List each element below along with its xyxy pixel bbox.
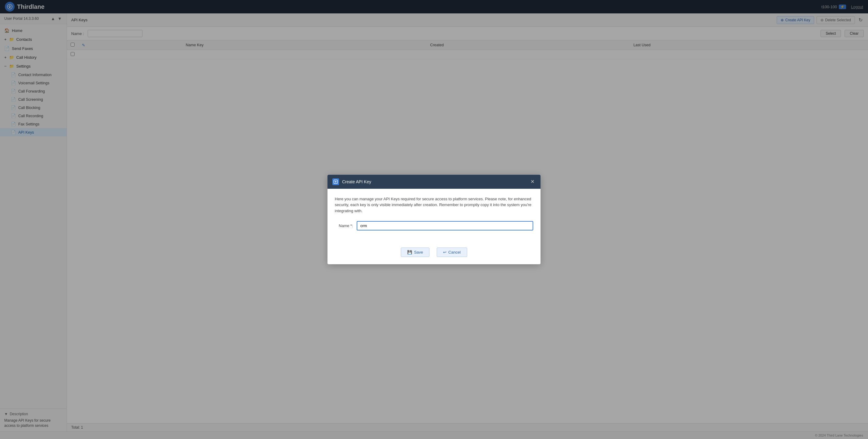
modal-save-button[interactable]: 💾 Save <box>401 247 429 257</box>
modal-description: Here you can manage your API Keys requir… <box>335 196 533 214</box>
save-icon: 💾 <box>407 250 412 255</box>
modal-name-label: Name *: <box>335 224 353 228</box>
modal-header-icon <box>332 178 339 185</box>
modal-body: Here you can manage your API Keys requir… <box>328 189 540 243</box>
modal-cancel-button[interactable]: ↩ Cancel <box>437 247 467 257</box>
modal-overlay: Create API Key ✕ Here you can manage you… <box>0 0 868 439</box>
cancel-label: Cancel <box>448 250 461 255</box>
create-api-key-modal: Create API Key ✕ Here you can manage you… <box>328 175 540 265</box>
modal-title: Create API Key <box>342 179 526 184</box>
modal-form-row: Name *: <box>335 221 533 231</box>
modal-footer: 💾 Save ↩ Cancel <box>328 243 540 264</box>
cancel-icon: ↩ <box>443 250 446 255</box>
modal-name-input[interactable] <box>357 221 533 231</box>
modal-close-icon[interactable]: ✕ <box>529 179 536 185</box>
modal-header: Create API Key ✕ <box>328 175 540 189</box>
save-label: Save <box>414 250 423 255</box>
